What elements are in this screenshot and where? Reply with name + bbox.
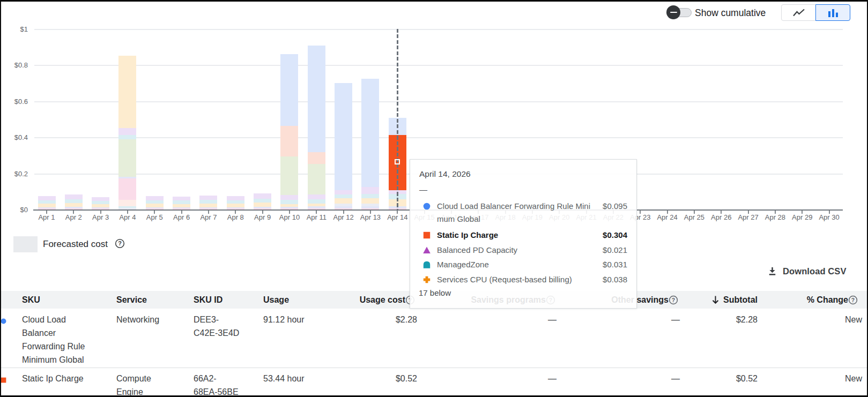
bar-segment[interactable] <box>92 204 109 207</box>
bar-segment[interactable] <box>280 200 298 204</box>
bar-segment[interactable] <box>118 208 136 209</box>
bar-segment[interactable] <box>227 204 244 207</box>
bar-segment[interactable] <box>227 200 244 204</box>
bar-segment[interactable] <box>118 139 136 177</box>
stacked-bar[interactable] <box>146 196 164 209</box>
bar-segment[interactable] <box>335 208 352 209</box>
stacked-bar[interactable] <box>254 193 271 209</box>
bar-segment[interactable] <box>38 208 56 209</box>
bar-segment[interactable] <box>38 200 56 204</box>
bar-segment[interactable] <box>308 204 325 206</box>
bar-segment[interactable] <box>335 204 352 206</box>
bar-segment[interactable] <box>361 204 379 206</box>
bar-segment[interactable] <box>280 195 298 200</box>
bar-segment[interactable] <box>335 194 352 199</box>
bar-segment[interactable] <box>280 156 298 195</box>
bar-segment[interactable] <box>335 83 352 190</box>
bar-segment[interactable] <box>280 54 298 126</box>
column-header-pct_change[interactable]: % Change? <box>807 291 858 309</box>
bar-segment[interactable] <box>146 208 164 209</box>
bar-segment[interactable] <box>308 208 325 209</box>
bar-segment[interactable] <box>65 199 83 203</box>
bar-segment[interactable] <box>280 208 298 209</box>
bar-segment[interactable] <box>308 164 325 195</box>
bar-segment[interactable] <box>118 200 136 206</box>
bar-segment[interactable] <box>118 178 136 200</box>
download-csv-button[interactable]: Download CSV <box>768 266 847 276</box>
bar-segment[interactable] <box>335 198 352 203</box>
bar-segment[interactable] <box>199 204 217 207</box>
bar-segment[interactable] <box>173 204 190 207</box>
bar-segment[interactable] <box>280 126 298 156</box>
bar-segment[interactable] <box>308 194 325 199</box>
bar-segment[interactable] <box>146 207 164 208</box>
bar-segment[interactable] <box>118 206 136 208</box>
bar-segment[interactable] <box>92 208 109 209</box>
bar-segment[interactable] <box>335 206 352 208</box>
stacked-bar[interactable] <box>308 46 325 209</box>
bar-segment[interactable] <box>38 196 56 200</box>
bar-segment[interactable] <box>308 199 325 204</box>
bar-segment[interactable] <box>199 207 217 208</box>
bar-segment[interactable] <box>173 200 190 204</box>
column-header-usage[interactable]: Usage <box>263 291 289 309</box>
bar-segment[interactable] <box>335 190 352 194</box>
bar-segment[interactable] <box>361 198 379 204</box>
show-cumulative-toggle[interactable] <box>666 4 693 21</box>
bar-segment[interactable] <box>361 208 379 209</box>
bar-segment[interactable] <box>146 196 164 200</box>
bar-segment[interactable] <box>173 207 190 208</box>
stacked-bar[interactable] <box>199 196 217 209</box>
bar-segment[interactable] <box>361 187 379 194</box>
column-header-sku_id[interactable]: SKU ID <box>194 291 222 309</box>
bar-segment[interactable] <box>65 203 83 207</box>
bar-segment[interactable] <box>361 194 379 198</box>
bar-segment[interactable] <box>227 196 244 200</box>
bar-segment[interactable] <box>118 177 136 178</box>
stacked-bar[interactable] <box>118 56 136 209</box>
bar-chart-button[interactable] <box>815 4 850 21</box>
help-icon[interactable]: ? <box>115 238 125 251</box>
column-header-subtotal[interactable]: Subtotal <box>711 291 758 309</box>
bar-segment[interactable] <box>254 203 271 207</box>
bar-segment[interactable] <box>92 201 109 204</box>
bar-segment[interactable] <box>227 208 244 209</box>
bar-segment[interactable] <box>199 196 217 200</box>
bar-segment[interactable] <box>280 207 298 209</box>
bar-segment[interactable] <box>308 206 325 208</box>
bar-segment[interactable] <box>92 197 109 201</box>
column-header-service[interactable]: Service <box>116 291 147 309</box>
bar-segment[interactable] <box>65 207 83 208</box>
bar-segment[interactable] <box>146 200 164 204</box>
column-header-usage_cost[interactable]: Usage cost? <box>360 291 415 309</box>
bar-segment[interactable] <box>65 194 83 199</box>
bar-segment[interactable] <box>308 152 325 164</box>
bar-segment[interactable] <box>65 208 83 209</box>
bar-segment[interactable] <box>199 200 217 203</box>
bar-segment[interactable] <box>38 204 56 207</box>
stacked-bar[interactable] <box>361 79 379 209</box>
bar-segment[interactable] <box>308 46 325 152</box>
bar-segment[interactable] <box>118 56 136 129</box>
bar-segment[interactable] <box>118 135 136 139</box>
bar-segment[interactable] <box>254 207 271 208</box>
stacked-bar[interactable] <box>173 197 190 209</box>
bar-segment[interactable] <box>254 208 271 209</box>
bar-segment[interactable] <box>280 204 298 207</box>
bar-segment[interactable] <box>254 193 271 198</box>
bar-segment[interactable] <box>199 208 217 209</box>
line-chart-button[interactable] <box>781 4 816 21</box>
stacked-bar[interactable] <box>92 197 109 209</box>
stacked-bar[interactable] <box>65 194 83 209</box>
bar-segment[interactable] <box>173 208 190 209</box>
column-header-sku[interactable]: SKU <box>22 291 40 309</box>
stacked-bar[interactable] <box>38 196 56 209</box>
bar-segment[interactable] <box>361 79 379 187</box>
stacked-bar[interactable] <box>335 83 352 209</box>
bar-segment[interactable] <box>38 207 56 208</box>
bar-segment[interactable] <box>146 204 164 207</box>
bar-segment[interactable] <box>118 128 136 134</box>
bar-segment[interactable] <box>361 206 379 208</box>
stacked-bar[interactable] <box>280 54 298 209</box>
bar-segment[interactable] <box>227 207 244 208</box>
